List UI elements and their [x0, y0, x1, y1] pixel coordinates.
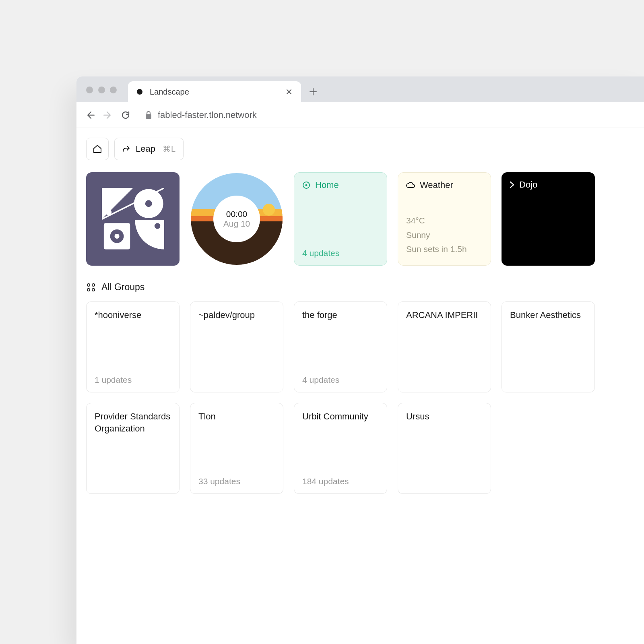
svg-rect-0	[146, 114, 151, 119]
weather-sunset: Sun sets in 1.5h	[406, 242, 483, 256]
sigil-icon	[102, 188, 164, 250]
group-card[interactable]: ~paldev/group	[190, 301, 283, 392]
group-card[interactable]: *hooniverse1 updates	[86, 301, 180, 392]
chevron-right-icon	[510, 181, 514, 188]
sun-icon	[263, 204, 275, 216]
leap-arrow-icon	[122, 145, 131, 153]
reload-button[interactable]	[118, 108, 133, 122]
group-name: *hooniverse	[95, 309, 171, 321]
home-tile-title: Home	[315, 180, 339, 190]
all-groups-label: All Groups	[101, 282, 144, 293]
group-name: Tlon	[198, 411, 275, 423]
home-icon	[93, 144, 102, 154]
leap-button[interactable]: Leap ⌘L	[114, 138, 184, 160]
url-field[interactable]: fabled-faster.tlon.network	[136, 110, 257, 120]
group-card[interactable]: Bunker Aesthetics	[502, 301, 595, 392]
cloud-icon	[406, 182, 415, 189]
svg-point-16	[305, 184, 308, 186]
browser-window: Landscape fabled-faster.tlon.network	[76, 76, 644, 644]
svg-point-20	[92, 288, 95, 291]
forward-button[interactable]	[101, 108, 115, 122]
target-icon	[302, 181, 310, 189]
group-updates: 1 updates	[95, 375, 171, 385]
weather-condition: Sunny	[406, 228, 483, 242]
weather-tile-title: Weather	[420, 180, 453, 190]
group-card[interactable]: Tlon33 updates	[190, 403, 283, 494]
leap-shortcut: ⌘L	[160, 144, 176, 154]
back-button[interactable]	[83, 108, 97, 122]
leap-label: Leap	[136, 144, 155, 154]
new-tab-button[interactable]	[301, 81, 325, 102]
groups-grid: *hooniverse1 updates~paldev/groupthe for…	[86, 301, 634, 494]
close-icon[interactable]	[284, 87, 294, 97]
group-name: the forge	[302, 309, 379, 321]
group-card[interactable]: ARCANA IMPERII	[398, 301, 491, 392]
svg-point-7	[154, 223, 160, 229]
svg-point-18	[92, 283, 95, 286]
dojo-tile[interactable]: Dojo	[502, 172, 595, 266]
group-name: Ursus	[406, 411, 483, 423]
tab-title: Landscape	[150, 87, 277, 97]
group-card[interactable]: Ursus	[398, 403, 491, 494]
tab-favicon	[137, 89, 142, 95]
sigil-tile[interactable]	[86, 172, 180, 266]
tab-strip: Landscape	[76, 76, 644, 102]
weather-temp: 34°C	[406, 213, 483, 228]
all-groups-header: All Groups	[86, 282, 634, 293]
group-card[interactable]: Urbit Community184 updates	[294, 403, 387, 494]
window-minimize-dot[interactable]	[98, 87, 105, 93]
group-updates: 184 updates	[302, 477, 379, 486]
lock-icon	[145, 111, 152, 119]
window-zoom-dot[interactable]	[110, 87, 117, 93]
app-content: Leap ⌘L	[76, 128, 644, 494]
home-button[interactable]	[86, 138, 109, 160]
group-name: Provider Standards Organization	[95, 411, 171, 434]
group-card[interactable]: Provider Standards Organization	[86, 403, 180, 494]
clock-center: 00:00 Aug 10	[215, 197, 258, 241]
group-card[interactable]: the forge4 updates	[294, 301, 387, 392]
window-close-dot[interactable]	[86, 87, 93, 93]
clock-time: 00:00	[226, 209, 248, 219]
svg-point-19	[87, 288, 90, 291]
tile-row: 00:00 Aug 10 Home 4 updates	[86, 172, 634, 266]
app-toolbar: Leap ⌘L	[86, 138, 634, 160]
weather-tile[interactable]: Weather 34°C Sunny Sun sets in 1.5h	[398, 172, 491, 266]
group-name: Urbit Community	[302, 411, 379, 423]
group-name: ARCANA IMPERII	[406, 309, 483, 321]
group-updates: 33 updates	[198, 477, 275, 486]
svg-point-6	[114, 233, 119, 238]
address-bar: fabled-faster.tlon.network	[76, 102, 644, 128]
dojo-tile-title: Dojo	[519, 180, 537, 190]
clock-date: Aug 10	[223, 219, 250, 229]
group-name: ~paldev/group	[198, 309, 275, 321]
groups-icon	[86, 283, 96, 292]
group-name: Bunker Aesthetics	[510, 309, 586, 321]
group-updates: 4 updates	[302, 375, 379, 385]
home-updates: 4 updates	[302, 248, 379, 258]
svg-point-3	[145, 200, 152, 207]
browser-tab[interactable]: Landscape	[128, 81, 301, 102]
home-tile[interactable]: Home 4 updates	[294, 172, 387, 266]
window-controls	[81, 87, 128, 102]
svg-point-17	[87, 283, 90, 286]
url-text: fabled-faster.tlon.network	[158, 110, 257, 120]
clock-tile[interactable]: 00:00 Aug 10	[190, 172, 283, 266]
